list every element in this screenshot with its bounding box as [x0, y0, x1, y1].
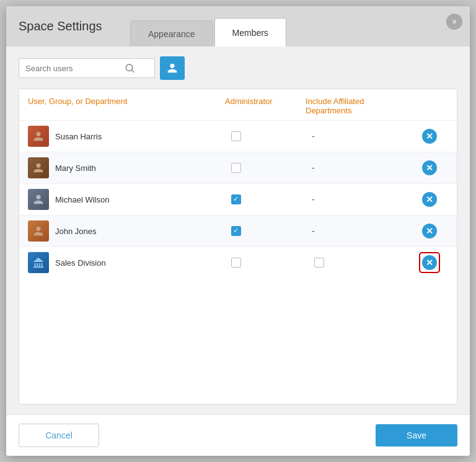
remove-button-michael[interactable]: ✕: [422, 192, 437, 207]
admin-cell-michael: [225, 194, 306, 204]
dialog-body: User, Group, or Department Administrator…: [6, 46, 470, 414]
user-cell-john: John Jones: [28, 220, 225, 242]
remove-cell-michael: ✕: [411, 192, 448, 207]
avatar-mary: [28, 157, 49, 178]
affiliated-cell-mary: -: [306, 163, 411, 173]
table-header: User, Group, or Department Administrator…: [19, 89, 457, 121]
admin-checkbox-michael[interactable]: [231, 194, 241, 204]
table-row: Michael Wilson - ✕: [19, 184, 457, 216]
space-settings-dialog: Space Settings Appearance Members ×: [6, 6, 470, 456]
person-avatar-icon: [32, 193, 45, 206]
tab-appearance[interactable]: Appearance: [130, 20, 213, 46]
remove-cell-susan: ✕: [411, 129, 448, 144]
search-area: [19, 56, 457, 80]
remove-cell-sales: ✕: [411, 252, 448, 273]
user-cell-susan: Susan Harris: [28, 126, 225, 147]
table-row: Sales Division ✕: [19, 247, 457, 278]
admin-cell-susan: [225, 131, 306, 141]
avatar-john: [28, 220, 49, 242]
user-name-john: John Jones: [55, 227, 97, 236]
user-cell-michael: Michael Wilson: [28, 189, 225, 210]
dialog-title: Space Settings: [6, 6, 130, 46]
user-cell-mary: Mary Smith: [28, 157, 225, 178]
person-avatar-icon: [32, 224, 45, 238]
dialog-header: Space Settings Appearance Members ×: [6, 6, 470, 46]
avatar-susan: [28, 126, 49, 147]
search-input[interactable]: [25, 64, 125, 73]
affiliated-checkbox-sales[interactable]: [314, 258, 324, 268]
tab-members[interactable]: Members: [214, 18, 286, 46]
table-row: Mary Smith - ✕: [19, 152, 457, 184]
remove-button-highlight: ✕: [419, 252, 440, 273]
header-remove: [411, 97, 448, 115]
save-button[interactable]: Save: [376, 424, 457, 447]
affiliated-cell-john: -: [306, 226, 411, 236]
remove-button-sales[interactable]: ✕: [422, 255, 437, 270]
remove-button-susan[interactable]: ✕: [422, 129, 437, 144]
admin-cell-sales: [225, 258, 306, 268]
members-table: User, Group, or Department Administrator…: [19, 89, 457, 404]
user-name-susan: Susan Harris: [55, 132, 102, 141]
remove-button-john[interactable]: ✕: [422, 224, 437, 238]
search-icon: [125, 63, 136, 74]
tab-bar: Appearance Members: [130, 6, 470, 46]
user-name-michael: Michael Wilson: [55, 195, 109, 204]
admin-cell-mary: [225, 163, 306, 173]
remove-button-mary[interactable]: ✕: [422, 160, 437, 175]
header-affiliated: Include Affiliated Departments: [306, 97, 411, 115]
admin-checkbox-mary[interactable]: [231, 163, 241, 173]
header-admin: Administrator: [225, 97, 306, 115]
dialog-footer: Cancel Save: [6, 414, 470, 456]
header-user: User, Group, or Department: [28, 97, 225, 115]
person-avatar-icon: [32, 161, 45, 175]
admin-checkbox-sales[interactable]: [231, 258, 241, 268]
search-input-wrap: [19, 58, 155, 78]
admin-checkbox-susan[interactable]: [231, 131, 241, 141]
user-name-sales: Sales Division: [55, 258, 106, 268]
person-avatar-icon: [32, 129, 45, 143]
user-name-mary: Mary Smith: [55, 163, 96, 173]
building-icon: [32, 256, 45, 269]
affiliated-cell-michael: -: [306, 194, 411, 204]
affiliated-cell-susan: -: [306, 131, 411, 141]
avatar-sales: [28, 252, 49, 273]
person-icon: [165, 61, 179, 75]
remove-cell-mary: ✕: [411, 160, 448, 175]
admin-checkbox-john[interactable]: [231, 226, 241, 236]
admin-cell-john: [225, 226, 306, 236]
user-cell-sales: Sales Division: [28, 252, 225, 273]
avatar-michael: [28, 189, 49, 210]
affiliated-cell-sales: [306, 258, 411, 268]
add-user-button[interactable]: [160, 56, 185, 80]
table-row: Susan Harris - ✕: [19, 121, 457, 152]
close-button[interactable]: ×: [446, 14, 462, 30]
remove-cell-john: ✕: [411, 224, 448, 238]
search-button[interactable]: [125, 63, 136, 74]
table-row: John Jones - ✕: [19, 216, 457, 247]
cancel-button[interactable]: Cancel: [19, 424, 99, 447]
